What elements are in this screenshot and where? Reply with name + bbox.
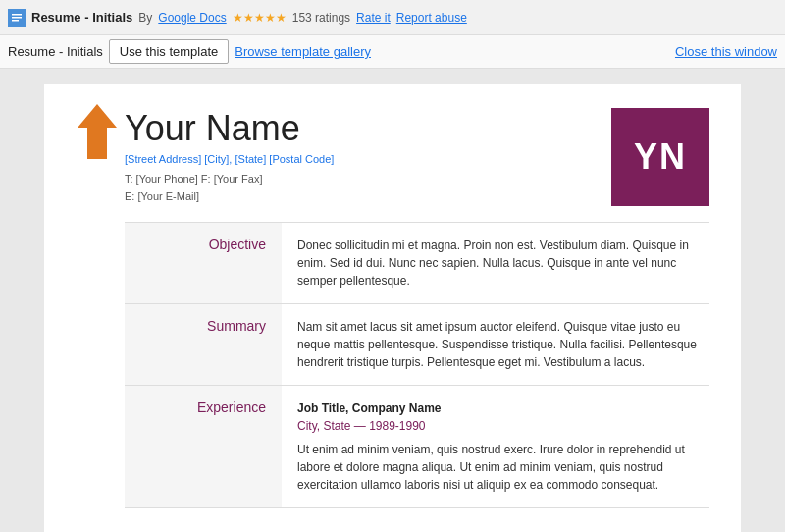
- summary-text: Nam sit amet lacus sit amet ipsum auctor…: [297, 320, 697, 369]
- title-section: Resume - Initials By Google Docs ★★★★★ 1…: [31, 10, 777, 25]
- svg-marker-4: [78, 104, 117, 159]
- top-bar: Resume - Initials By Google Docs ★★★★★ 1…: [0, 0, 785, 35]
- experience-content: Job Title, Company Name City, State — 19…: [282, 386, 709, 508]
- svg-rect-3: [12, 20, 19, 22]
- doc-paper: Your Name [Street Address] [City], [Stat…: [44, 84, 741, 532]
- svg-rect-1: [12, 14, 22, 16]
- experience-row: Experience Job Title, Company Name City,…: [125, 386, 709, 508]
- summary-content: Nam sit amet lacus sit amet ipsum auctor…: [282, 304, 709, 386]
- svg-rect-2: [12, 17, 22, 19]
- resume-content: Your Name [Street Address] [City], [Stat…: [76, 108, 709, 508]
- doc-title: Resume - Initials: [31, 10, 132, 25]
- objective-label: Objective: [125, 223, 282, 304]
- preview-area: Your Name [Street Address] [City], [Stat…: [0, 69, 785, 532]
- doc-icon: [8, 9, 26, 27]
- report-abuse-link[interactable]: Report abuse: [396, 11, 467, 25]
- stars: ★★★★★: [233, 11, 287, 25]
- second-bar-left: Resume - Initials Use this template Brow…: [8, 39, 371, 64]
- name-block: Your Name [Street Address] [City], [Stat…: [125, 108, 334, 205]
- name-section: Your Name [Street Address] [City], [Stat…: [125, 108, 709, 206]
- close-window-link[interactable]: Close this window: [675, 44, 777, 59]
- job-description: Ut enim ad minim veniam, quis nostrud ex…: [297, 441, 709, 494]
- initials-box: YN: [611, 108, 709, 206]
- contact-lines: T: [Your Phone] F: [Your Fax] E: [Your E…: [125, 171, 334, 205]
- doc-subtitle: Resume - Initials: [8, 44, 103, 59]
- objective-content: Donec sollicitudin mi et magna. Proin no…: [282, 223, 709, 304]
- resume-table: Objective Donec sollicitudin mi et magna…: [125, 222, 709, 508]
- ratings-count: 153 ratings: [292, 11, 350, 25]
- address-line: [Street Address] [City], [State] [Postal…: [125, 153, 334, 165]
- rate-it-link[interactable]: Rate it: [356, 11, 391, 25]
- experience-label: Experience: [125, 386, 282, 508]
- use-template-button[interactable]: Use this template: [109, 39, 229, 64]
- summary-label: Summary: [125, 304, 282, 386]
- google-docs-link[interactable]: Google Docs: [158, 11, 226, 25]
- second-bar: Resume - Initials Use this template Brow…: [0, 35, 785, 69]
- phone-line: T: [Your Phone] F: [Your Fax]: [125, 171, 334, 188]
- summary-row: Summary Nam sit amet lacus sit amet ipsu…: [125, 304, 709, 386]
- your-name: Your Name: [125, 108, 334, 149]
- second-bar-right: Close this window: [675, 44, 777, 59]
- browse-template-link[interactable]: Browse template gallery: [235, 44, 371, 59]
- job-title: Job Title, Company Name: [297, 399, 709, 417]
- objective-row: Objective Donec sollicitudin mi et magna…: [125, 223, 709, 304]
- email-line: E: [Your E-Mail]: [125, 188, 334, 206]
- city-state: City, State — 1989-1990: [297, 417, 709, 435]
- by-label: By: [138, 11, 152, 25]
- objective-text: Donec sollicitudin mi et magna. Proin no…: [297, 239, 689, 288]
